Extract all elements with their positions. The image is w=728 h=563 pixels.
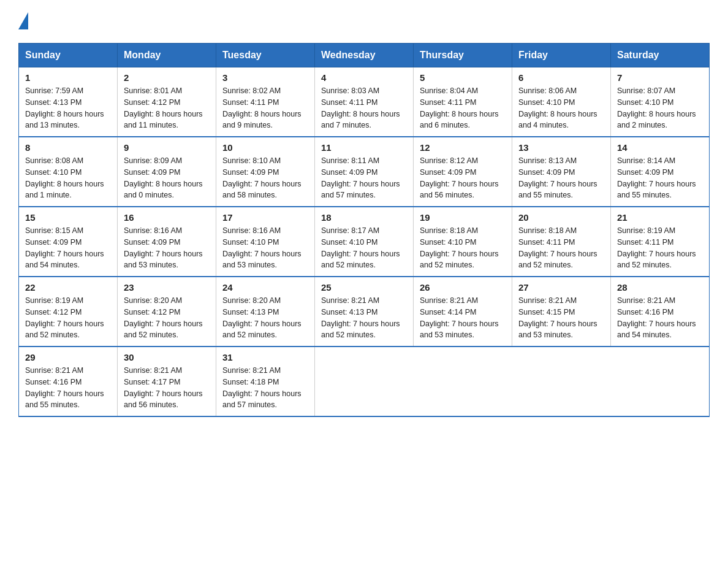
calendar-cell: 13Sunrise: 8:13 AMSunset: 4:09 PMDayligh… [512, 137, 611, 207]
calendar-cell: 27Sunrise: 8:21 AMSunset: 4:15 PMDayligh… [512, 277, 611, 347]
day-info: Sunrise: 8:07 AMSunset: 4:10 PMDaylight:… [617, 85, 703, 131]
calendar-cell: 16Sunrise: 8:16 AMSunset: 4:09 PMDayligh… [118, 207, 216, 277]
calendar-cell: 5Sunrise: 8:04 AMSunset: 4:11 PMDaylight… [414, 67, 512, 137]
calendar-cell: 9Sunrise: 8:09 AMSunset: 4:09 PMDaylight… [118, 137, 216, 207]
day-info: Sunrise: 8:16 AMSunset: 4:09 PMDaylight:… [124, 225, 210, 271]
day-number: 21 [617, 212, 703, 223]
day-info: Sunrise: 8:13 AMSunset: 4:09 PMDaylight:… [518, 155, 604, 201]
day-number: 15 [25, 212, 111, 223]
day-number: 13 [518, 142, 604, 153]
page-header [18, 12, 710, 31]
day-info: Sunrise: 8:21 AMSunset: 4:15 PMDaylight:… [518, 295, 604, 341]
day-number: 27 [518, 282, 604, 293]
day-info: Sunrise: 8:03 AMSunset: 4:11 PMDaylight:… [321, 85, 407, 131]
calendar-week-row: 29Sunrise: 8:21 AMSunset: 4:16 PMDayligh… [19, 347, 710, 416]
calendar-cell: 31Sunrise: 8:21 AMSunset: 4:18 PMDayligh… [216, 347, 315, 416]
day-number: 6 [518, 72, 604, 83]
day-number: 22 [25, 282, 111, 293]
calendar-cell: 30Sunrise: 8:21 AMSunset: 4:17 PMDayligh… [118, 347, 216, 416]
calendar-week-row: 15Sunrise: 8:15 AMSunset: 4:09 PMDayligh… [19, 207, 710, 277]
day-info: Sunrise: 8:18 AMSunset: 4:10 PMDaylight:… [420, 225, 506, 271]
day-number: 12 [420, 142, 506, 153]
calendar-cell: 4Sunrise: 8:03 AMSunset: 4:11 PMDaylight… [315, 67, 414, 137]
column-header-tuesday: Tuesday [216, 44, 315, 67]
calendar-cell: 14Sunrise: 8:14 AMSunset: 4:09 PMDayligh… [611, 137, 710, 207]
day-info: Sunrise: 8:21 AMSunset: 4:18 PMDaylight:… [222, 365, 308, 411]
calendar-cell: 15Sunrise: 8:15 AMSunset: 4:09 PMDayligh… [19, 207, 118, 277]
calendar-cell: 10Sunrise: 8:10 AMSunset: 4:09 PMDayligh… [216, 137, 315, 207]
day-info: Sunrise: 8:21 AMSunset: 4:14 PMDaylight:… [420, 295, 506, 341]
day-number: 16 [124, 212, 210, 223]
day-number: 29 [25, 352, 111, 362]
day-info: Sunrise: 8:19 AMSunset: 4:12 PMDaylight:… [25, 295, 111, 341]
calendar-cell: 23Sunrise: 8:20 AMSunset: 4:12 PMDayligh… [118, 277, 216, 347]
day-info: Sunrise: 8:08 AMSunset: 4:10 PMDaylight:… [25, 155, 111, 201]
day-info: Sunrise: 8:20 AMSunset: 4:12 PMDaylight:… [124, 295, 210, 341]
calendar-cell: 6Sunrise: 8:06 AMSunset: 4:10 PMDaylight… [512, 67, 611, 137]
logo [18, 12, 28, 31]
day-number: 28 [617, 282, 703, 293]
column-header-thursday: Thursday [414, 44, 512, 67]
day-number: 7 [617, 72, 703, 83]
day-number: 3 [222, 72, 308, 83]
day-info: Sunrise: 8:19 AMSunset: 4:11 PMDaylight:… [617, 225, 703, 271]
calendar-cell [414, 347, 512, 416]
calendar-cell: 29Sunrise: 8:21 AMSunset: 4:16 PMDayligh… [19, 347, 118, 416]
calendar-cell: 12Sunrise: 8:12 AMSunset: 4:09 PMDayligh… [414, 137, 512, 207]
day-number: 20 [518, 212, 604, 223]
day-number: 25 [321, 282, 407, 293]
day-info: Sunrise: 8:02 AMSunset: 4:11 PMDaylight:… [222, 85, 308, 131]
day-number: 14 [617, 142, 703, 153]
day-info: Sunrise: 8:18 AMSunset: 4:11 PMDaylight:… [518, 225, 604, 271]
day-info: Sunrise: 8:16 AMSunset: 4:10 PMDaylight:… [222, 225, 308, 271]
calendar-cell: 2Sunrise: 8:01 AMSunset: 4:12 PMDaylight… [118, 67, 216, 137]
calendar-cell: 11Sunrise: 8:11 AMSunset: 4:09 PMDayligh… [315, 137, 414, 207]
day-number: 2 [124, 72, 210, 83]
column-header-friday: Friday [512, 44, 611, 67]
calendar-cell [512, 347, 611, 416]
day-number: 1 [25, 72, 111, 83]
day-number: 26 [420, 282, 506, 293]
day-info: Sunrise: 8:12 AMSunset: 4:09 PMDaylight:… [420, 155, 506, 201]
calendar-table: SundayMondayTuesdayWednesdayThursdayFrid… [18, 43, 710, 417]
calendar-cell: 20Sunrise: 8:18 AMSunset: 4:11 PMDayligh… [512, 207, 611, 277]
day-number: 24 [222, 282, 308, 293]
column-header-sunday: Sunday [19, 44, 118, 67]
day-info: Sunrise: 8:15 AMSunset: 4:09 PMDaylight:… [25, 225, 111, 271]
day-info: Sunrise: 8:06 AMSunset: 4:10 PMDaylight:… [518, 85, 604, 131]
calendar-week-row: 1Sunrise: 7:59 AMSunset: 4:13 PMDaylight… [19, 67, 710, 137]
day-number: 19 [420, 212, 506, 223]
day-info: Sunrise: 8:09 AMSunset: 4:09 PMDaylight:… [124, 155, 210, 201]
calendar-cell: 28Sunrise: 8:21 AMSunset: 4:16 PMDayligh… [611, 277, 710, 347]
day-info: Sunrise: 8:10 AMSunset: 4:09 PMDaylight:… [222, 155, 308, 201]
column-header-saturday: Saturday [611, 44, 710, 67]
calendar-cell: 26Sunrise: 8:21 AMSunset: 4:14 PMDayligh… [414, 277, 512, 347]
calendar-cell [315, 347, 414, 416]
day-number: 4 [321, 72, 407, 83]
day-number: 31 [222, 352, 308, 362]
calendar-cell: 21Sunrise: 8:19 AMSunset: 4:11 PMDayligh… [611, 207, 710, 277]
column-header-monday: Monday [118, 44, 216, 67]
calendar-cell: 24Sunrise: 8:20 AMSunset: 4:13 PMDayligh… [216, 277, 315, 347]
day-number: 8 [25, 142, 111, 153]
day-info: Sunrise: 8:20 AMSunset: 4:13 PMDaylight:… [222, 295, 308, 341]
calendar-cell [611, 347, 710, 416]
day-info: Sunrise: 8:21 AMSunset: 4:16 PMDaylight:… [617, 295, 703, 341]
calendar-cell: 1Sunrise: 7:59 AMSunset: 4:13 PMDaylight… [19, 67, 118, 137]
day-info: Sunrise: 8:21 AMSunset: 4:17 PMDaylight:… [124, 365, 210, 411]
day-number: 10 [222, 142, 308, 153]
day-info: Sunrise: 8:01 AMSunset: 4:12 PMDaylight:… [124, 85, 210, 131]
calendar-cell: 3Sunrise: 8:02 AMSunset: 4:11 PMDaylight… [216, 67, 315, 137]
day-info: Sunrise: 8:14 AMSunset: 4:09 PMDaylight:… [617, 155, 703, 201]
day-number: 18 [321, 212, 407, 223]
day-info: Sunrise: 8:21 AMSunset: 4:16 PMDaylight:… [25, 365, 111, 411]
day-info: Sunrise: 8:21 AMSunset: 4:13 PMDaylight:… [321, 295, 407, 341]
day-info: Sunrise: 8:17 AMSunset: 4:10 PMDaylight:… [321, 225, 407, 271]
calendar-cell: 7Sunrise: 8:07 AMSunset: 4:10 PMDaylight… [611, 67, 710, 137]
calendar-week-row: 8Sunrise: 8:08 AMSunset: 4:10 PMDaylight… [19, 137, 710, 207]
calendar-cell: 25Sunrise: 8:21 AMSunset: 4:13 PMDayligh… [315, 277, 414, 347]
day-info: Sunrise: 8:04 AMSunset: 4:11 PMDaylight:… [420, 85, 506, 131]
day-number: 9 [124, 142, 210, 153]
day-info: Sunrise: 8:11 AMSunset: 4:09 PMDaylight:… [321, 155, 407, 201]
day-number: 11 [321, 142, 407, 153]
